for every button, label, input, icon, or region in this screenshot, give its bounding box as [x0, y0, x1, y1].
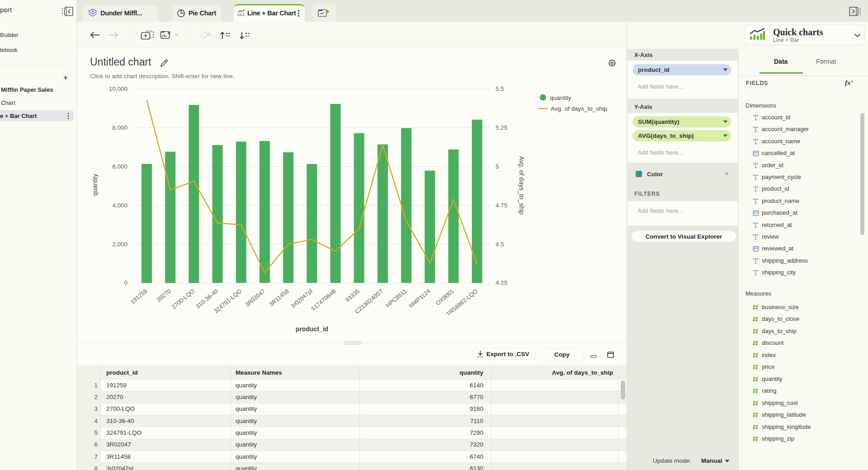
svg-text:4.75: 4.75: [495, 202, 507, 209]
svg-text:4.5: 4.5: [495, 241, 504, 248]
svg-text:191259: 191259: [129, 287, 149, 305]
svg-text:8,000: 8,000: [112, 124, 127, 131]
svg-text:5.5: 5.5: [495, 85, 504, 92]
svg-text:4,000: 4,000: [112, 202, 127, 209]
svg-text:51747084B: 51747084B: [310, 287, 337, 312]
svg-text:NMP1124: NMP1124: [408, 287, 432, 309]
svg-text:3R11458: 3R11458: [268, 287, 290, 308]
svg-text:6,000: 6,000: [112, 163, 127, 170]
svg-text:Avg. of days_to_ship: Avg. of days_to_ship: [518, 156, 525, 215]
svg-text:5.25: 5.25: [495, 124, 507, 131]
svg-text:OX9001: OX9001: [434, 287, 455, 306]
svg-text:4.25: 4.25: [495, 279, 507, 286]
svg-text:quantity: quantity: [550, 94, 571, 101]
svg-text:3R02047: 3R02047: [244, 287, 266, 308]
svg-text:quantity: quantity: [91, 174, 99, 196]
svg-text:91335: 91335: [344, 287, 361, 303]
svg-text:product_id: product_id: [296, 325, 328, 333]
svg-text:2700-LQO: 2700-LQO: [170, 287, 196, 310]
svg-text:10,000: 10,000: [109, 85, 127, 92]
svg-text:20270: 20270: [155, 287, 172, 303]
svg-text:0: 0: [124, 279, 127, 286]
svg-text:HPC8511: HPC8511: [385, 287, 408, 309]
svg-text:2,000: 2,000: [112, 241, 127, 248]
svg-text:5: 5: [495, 163, 499, 170]
svg-text:Avg. of days_to_ship: Avg. of days_to_ship: [551, 105, 607, 112]
